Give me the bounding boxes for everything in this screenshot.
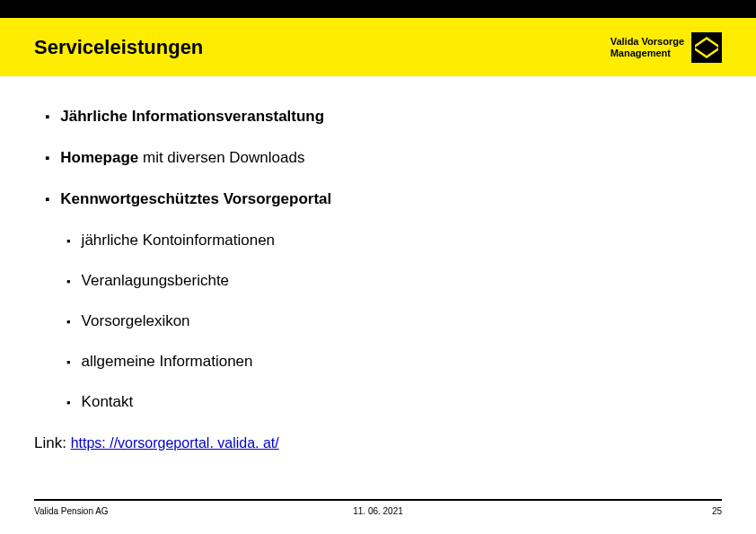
sub-bullet-4-text: allgemeine Informationen	[82, 353, 253, 370]
link-label: Link:	[34, 434, 71, 451]
sub-bullet-5-text: Kontakt	[82, 393, 134, 410]
sub-bullet-1: jährliche Kontoinformationen	[66, 232, 722, 249]
bullet-item-3: Kennwortgeschütztes Vorsorgeportal jährl…	[45, 190, 722, 411]
sub-bullet-2: Veranlagungsberichte	[66, 272, 722, 290]
footer-date: 11. 06. 2021	[353, 506, 403, 516]
sub-bullet-5: Kontakt	[66, 393, 722, 411]
sub-bullet-4: allgemeine Informationen	[66, 353, 722, 371]
portal-link[interactable]: https: //vorsorgeportal. valida. at/	[71, 435, 279, 451]
brand-block: Valida Vorsorge Management	[611, 32, 722, 63]
brand-line-2: Management	[611, 48, 671, 58]
sub-bullet-list: jährliche Kontoinformationen Veranlagung…	[66, 232, 722, 411]
sub-bullet-2-text: Veranlagungsberichte	[82, 272, 229, 289]
sub-bullet-3-text: Vorsorgelexikon	[82, 312, 190, 329]
footer: Valida Pension AG 11. 06. 2021 25	[0, 499, 756, 516]
bullet-3-text: Kennwortgeschütztes Vorsorgeportal	[60, 190, 331, 207]
brand-line-1: Valida Vorsorge	[611, 36, 684, 47]
bullet-2-bold: Homepage	[60, 149, 138, 166]
bullet-item-1: Jährliche Informationsveranstaltung	[45, 108, 722, 126]
bullet-item-2: Homepage mit diversen Downloads	[45, 149, 722, 167]
top-black-bar	[0, 0, 756, 18]
header-band: Serviceleistungen Valida Vorsorge Manage…	[0, 18, 756, 76]
bullet-1-text: Jährliche Informationsveranstaltung	[60, 108, 324, 125]
sub-bullet-1-text: jährliche Kontoinformationen	[82, 232, 275, 249]
footer-page-number: 25	[712, 506, 722, 516]
footer-company: Valida Pension AG	[34, 506, 109, 516]
content-area: Jährliche Informationsveranstaltung Home…	[0, 76, 756, 452]
slide-title: Serviceleistungen	[34, 36, 203, 59]
bullet-2-rest: mit diversen Downloads	[138, 149, 304, 166]
footer-divider	[34, 499, 722, 501]
main-bullet-list: Jährliche Informationsveranstaltung Home…	[45, 108, 722, 411]
sub-bullet-3: Vorsorgelexikon	[66, 312, 722, 330]
brand-text: Valida Vorsorge Management	[611, 36, 684, 57]
giebelkreuz-logo-icon	[691, 32, 722, 63]
link-line: Link: https: //vorsorgeportal. valida. a…	[34, 434, 722, 452]
